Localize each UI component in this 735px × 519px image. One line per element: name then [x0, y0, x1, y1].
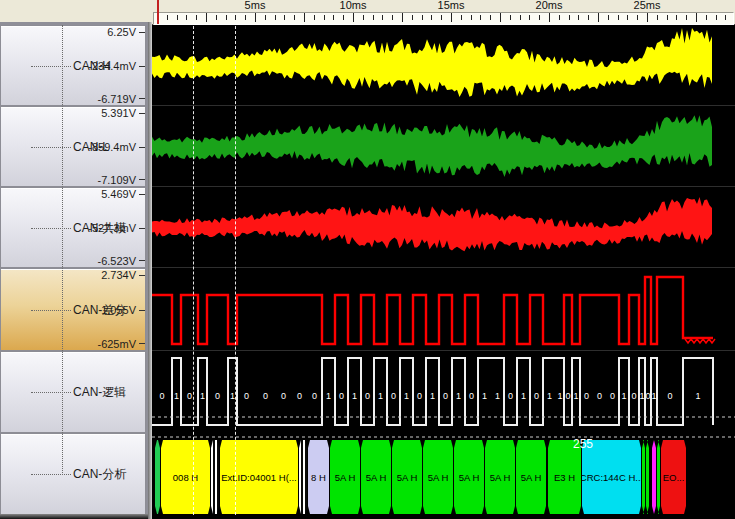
frame-block — [642, 440, 645, 514]
logic-bit-value: 1 — [573, 391, 578, 401]
logic-bit-value: 0 — [339, 391, 344, 401]
scale-tick — [139, 194, 145, 195]
scale-tick — [139, 147, 145, 148]
sidebar-plot-divider[interactable] — [148, 22, 152, 519]
logic-bit-value: 0 — [263, 391, 268, 401]
scale-tick — [139, 113, 145, 114]
logic-bit-value: 1 — [456, 391, 461, 401]
oscilloscope-window: 5ms10ms15ms20ms25ms 01010100000101010101… — [0, 0, 735, 519]
scale-tick — [139, 260, 145, 261]
bottom-scale-can-l: -7.109V — [97, 174, 136, 186]
logic-bit-value: 0 — [297, 391, 302, 401]
logic-bit-value: 0 — [391, 391, 396, 401]
frame-block — [155, 440, 160, 514]
logic-bit-value: 0 — [312, 391, 317, 401]
logic-bit-value: 1 — [547, 391, 552, 401]
channel-tree-stub — [31, 392, 71, 393]
top-scale-can-l: 5.391V — [101, 107, 136, 119]
logic-bit-value: 0 — [667, 391, 672, 401]
scale-tick — [139, 343, 145, 344]
logic-bit-value: 0 — [645, 391, 650, 401]
frame-block-5a-h: 5A H — [516, 440, 546, 514]
can-differential-ripple — [685, 339, 715, 343]
logic-bit-value: 1 — [174, 391, 179, 401]
frame-block — [299, 440, 307, 514]
frame-block — [646, 440, 649, 514]
logic-bit-value: 1 — [521, 391, 526, 401]
bottom-scale-can-h: -6.719V — [97, 93, 136, 105]
channel-sidebar: CAN-H6.25V-234.4mV-6.719VCAN-L5.391V-859… — [0, 22, 148, 519]
logic-bit-value: 1 — [200, 391, 205, 401]
logic-bit-value: 0 — [631, 391, 636, 401]
channel-name-can-logic: CAN-逻辑 — [73, 384, 126, 401]
logic-bit-value: 1 — [482, 391, 487, 401]
channel-name-can-analysis: CAN-分析 — [73, 466, 126, 483]
logic-bit-value: 1 — [378, 391, 383, 401]
can-common-mode-trace — [152, 197, 712, 251]
frame-block — [657, 440, 660, 514]
scale-tick — [139, 98, 145, 99]
logic-bit-value: 0 — [417, 391, 422, 401]
logic-bit-value: 0 — [610, 391, 615, 401]
logic-bit-value: 1 — [557, 391, 562, 401]
channel-panel-can-l[interactable]: CAN-L5.391V-859.4mV-7.109V — [0, 106, 146, 187]
scale-tick — [139, 310, 145, 311]
sidebar-bottom-strip — [0, 514, 148, 519]
frame-block-008-h: 008 H — [161, 440, 210, 514]
logic-bit-value: 0 — [187, 391, 192, 401]
scale-tick — [139, 66, 145, 67]
frame-block-e3-h: E3 H — [548, 440, 581, 514]
channel-panel-can-h[interactable]: CAN-H6.25V-234.4mV-6.719V — [0, 25, 146, 106]
top-scale-can-differential: 2.734V — [101, 269, 136, 281]
frame-block-5a-h: 5A H — [392, 440, 422, 514]
scale-tick — [139, 228, 145, 229]
frame-block-5a-h: 5A H — [454, 440, 484, 514]
channel-tree-stub — [31, 147, 71, 148]
scale-tick — [139, 275, 145, 276]
frame-overlay-value: 255 — [573, 437, 593, 451]
channel-panel-can-analysis[interactable]: CAN-分析 — [0, 433, 146, 515]
bottom-scale-can-differential: -625mV — [97, 338, 136, 350]
measurement-cursor-2[interactable] — [235, 26, 236, 515]
frame-block — [652, 440, 656, 514]
mid-scale-can-common-mode: -527.3mV — [88, 222, 136, 234]
mid-scale-can-differential: 1.055V — [101, 304, 136, 316]
logic-bit-value: 1 — [326, 391, 331, 401]
logic-bit-value: 0 — [508, 391, 513, 401]
mid-scale-can-h: -234.4mV — [88, 60, 136, 72]
logic-bit-value: 0 — [469, 391, 474, 401]
measurement-cursor-1[interactable] — [193, 26, 194, 515]
logic-bit-value: 0 — [244, 391, 249, 401]
logic-bit-value: 1 — [651, 391, 656, 401]
frame-block-8-h: 8 H — [308, 440, 329, 514]
logic-bit-value: 1 — [352, 391, 357, 401]
channel-tree-stub — [31, 474, 71, 475]
channel-panel-can-common-mode[interactable]: CAN-共模5.469V-527.3mV-6.523V — [0, 187, 146, 268]
logic-bit-value: 0 — [534, 391, 539, 401]
logic-bit-value: 0 — [281, 391, 286, 401]
channel-panel-can-differential[interactable]: CAN-差分2.734V1.055V-625mV — [0, 268, 146, 351]
scale-tick — [139, 32, 145, 33]
top-scale-can-h: 6.25V — [107, 26, 136, 38]
logic-bit-value: 0 — [215, 391, 220, 401]
frame-block-eo: EO... — [661, 440, 686, 514]
logic-bit-value: 1 — [639, 391, 644, 401]
frame-block — [211, 440, 219, 514]
logic-bit-value: 0 — [597, 391, 602, 401]
channel-tree-stub — [31, 310, 71, 311]
logic-bit-value: 1 — [404, 391, 409, 401]
logic-bit-value: 1 — [430, 391, 435, 401]
frame-block-5a-h: 5A H — [330, 440, 360, 514]
logic-bit-value: 1 — [695, 391, 700, 401]
frame-block-5a-h: 5A H — [423, 440, 453, 514]
scale-tick — [139, 179, 145, 180]
can-l-trace — [152, 115, 712, 177]
logic-bit-value: 1 — [621, 391, 626, 401]
frame-block-ext-id-04001-h: Ext.ID:04001 H(... — [220, 440, 298, 514]
logic-bit-value: 0 — [443, 391, 448, 401]
logic-bit-value: 0 — [365, 391, 370, 401]
top-scale-can-common-mode: 5.469V — [101, 188, 136, 200]
frame-block-5a-h: 5A H — [361, 440, 391, 514]
mid-scale-can-l: -859.4mV — [88, 141, 136, 153]
channel-panel-can-logic[interactable]: CAN-逻辑 — [0, 351, 146, 433]
